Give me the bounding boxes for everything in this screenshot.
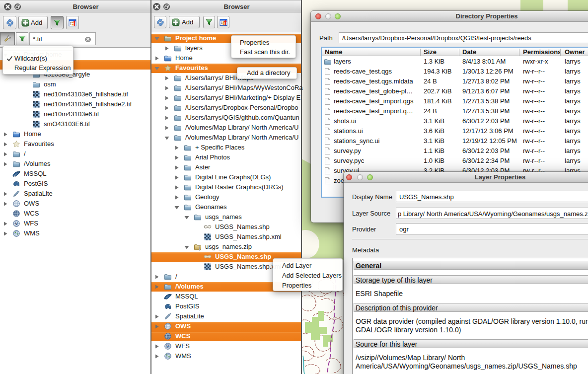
svg-text:V: V xyxy=(166,344,169,349)
svg-text:V: V xyxy=(15,222,18,226)
